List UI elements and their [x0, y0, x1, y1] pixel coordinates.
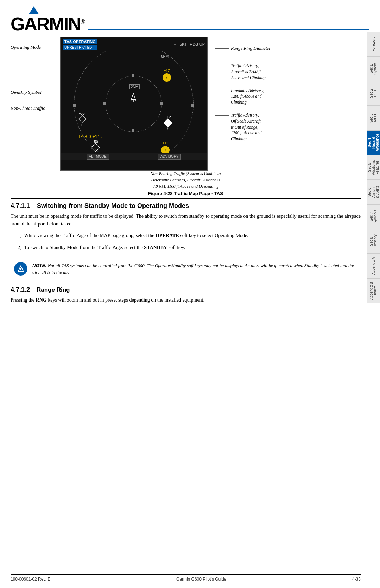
right-labels-area: Range Ring Diameter Traffic Advisory,Air…	[208, 37, 361, 171]
svg-point-5	[20, 271, 21, 271]
list-item-2: 2) To switch to Standby Mode from the Tr…	[18, 244, 361, 252]
inner-ring-marker-bottom	[132, 129, 134, 132]
note-icon	[14, 262, 27, 276]
inner-ring-marker-right	[160, 102, 163, 105]
ta-bearing-text: TA 8.0 +11↓	[78, 134, 102, 139]
pa-white-diamond: +12 ↑	[165, 115, 171, 131]
soft-buttons-row: ALT MODE ADVISORY	[61, 153, 207, 160]
left-labels: Operating Mode Ownship Symbol Non-Threat…	[11, 37, 60, 171]
figure-area: Operating Mode Ownship Symbol Non-Threat…	[11, 37, 361, 171]
ta-above-label-group: Traffic Advisory,Aircraft is 1200 ftAbov…	[215, 63, 361, 80]
footer-page-number: 4-33	[352, 577, 361, 582]
tas-unrestricted-label: UNRESTRICTED	[63, 45, 97, 50]
pa-label: Proximity Advisory,1200 ft Above andClim…	[231, 88, 264, 105]
page-footer: 190-00601-02 Rev. E Garmin G600 Pilot's …	[11, 574, 361, 582]
ta-off-scale-label-group: Traffic Advisory,Off Scale Aircraftis Ou…	[215, 112, 361, 142]
ownship-symbol	[129, 93, 137, 104]
tas-arrow-icon: →	[173, 42, 177, 47]
section-471-body: The unit must be in operating mode for t…	[11, 212, 361, 228]
non-threat-traffic-label: Non-Threat Traffic	[11, 105, 45, 111]
range-label-6nm: 6NM	[160, 54, 170, 59]
range-ring-diameter-label: Range Ring Diameter	[231, 45, 271, 51]
tas-speed-value: 5KT	[180, 42, 187, 47]
inner-ring-marker-left	[103, 102, 106, 105]
footer-doc-number: 190-00601-02 Rev. E	[11, 577, 50, 582]
numbered-list: 1) While viewing the Traffic Page of the…	[18, 232, 361, 252]
note-box: NOTE: Not all TAS systems can be control…	[11, 258, 361, 280]
advisory-button[interactable]: ADVISORY	[158, 154, 181, 160]
pa-label-group: Proximity Advisory,1200 ft Above andClim…	[215, 88, 361, 105]
header-divider	[88, 29, 369, 30]
note-text: NOTE: Not all TAS systems can be control…	[32, 262, 357, 276]
garmin-wordmark: GARMIN®	[11, 15, 84, 33]
ring-marker-left	[73, 104, 76, 107]
list-item-1: 1) While viewing the Traffic Page of the…	[18, 232, 361, 240]
operating-mode-label: Operating Mode	[11, 44, 41, 50]
tas-display-header: TAS OPERATING UNRESTRICTED → 5KT HDG UP	[61, 37, 207, 51]
ownship-symbol-label: Ownship Symbol	[11, 89, 42, 95]
figure-sub-caption: Non-Bearing Traffic (System is Unable to…	[11, 171, 361, 190]
section-472-heading: 4.7.1.2 Range Ring	[11, 286, 361, 293]
figure-caption: Figure 4-28 Traffic Map Page - TAS	[11, 191, 361, 196]
alt-mode-button[interactable]: ALT MODE	[87, 154, 109, 160]
range-label-2nm: 2NM	[129, 84, 140, 89]
section-472-body: Pressing the RNG keys will zoom in and o…	[11, 296, 361, 304]
tas-hdg-value: HDG UP	[190, 42, 205, 47]
main-content: Operating Mode Ownship Symbol Non-Threat…	[0, 33, 380, 315]
range-ring-label-group: Range Ring Diameter	[215, 45, 361, 51]
non-threat-1-label: +50 ↑	[78, 112, 85, 126]
inner-ring-marker-top	[132, 74, 134, 77]
tas-map-area: 6NM 2NM	[61, 51, 207, 160]
garmin-logo: GARMIN®	[11, 6, 84, 33]
ta-off-scale-label: Traffic Advisory,Off Scale Aircraftis Ou…	[231, 112, 261, 142]
section-471-heading: 4.7.1.1 Switching from Standby Mode to O…	[11, 202, 361, 210]
garmin-triangle-icon	[29, 6, 39, 14]
tas-display: TAS OPERATING UNRESTRICTED → 5KT HDG UP …	[60, 37, 208, 171]
ta-above-label: Traffic Advisory,Aircraft is 1200 ftAbov…	[231, 63, 266, 80]
page-header: GARMIN®	[0, 0, 380, 33]
ta-yellow-1: +12 ↑	[163, 69, 171, 82]
footer-title: Garmin G600 Pilot's Guide	[176, 577, 226, 582]
tas-operating-label: TAS OPERATING	[63, 39, 97, 44]
ring-marker-right	[191, 104, 194, 107]
